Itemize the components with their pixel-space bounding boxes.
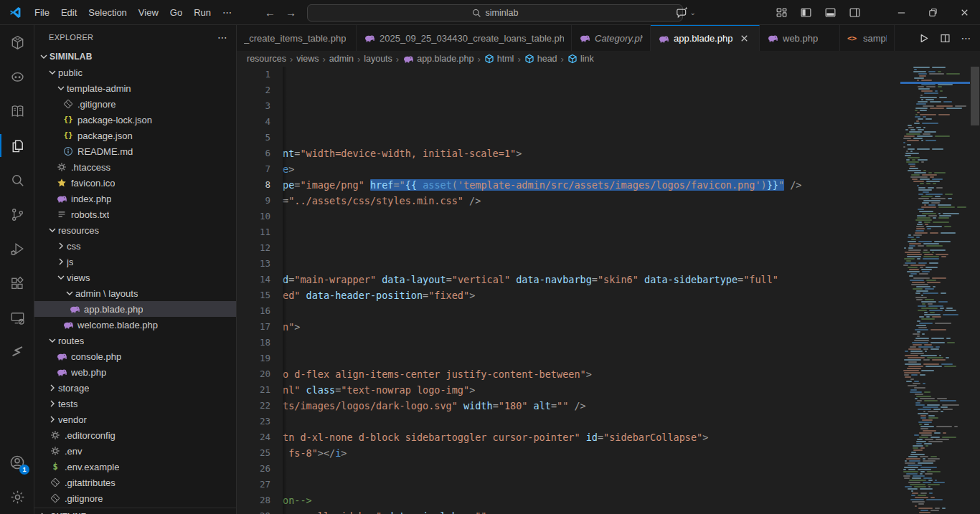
tree-file-robots.txt[interactable]: robots.txt <box>34 206 236 222</box>
restore-button[interactable] <box>917 0 948 24</box>
toggle-secondary-sidebar-icon[interactable] <box>844 3 864 22</box>
minimap-line <box>909 245 915 247</box>
tree-file-welcome.blade.php[interactable]: welcome.blade.php <box>34 317 236 333</box>
editor-scrollbar[interactable] <box>970 67 980 514</box>
s-extension-icon[interactable] <box>0 335 34 369</box>
tree-file-web.php[interactable]: web.php <box>34 364 236 380</box>
menu-item-edit[interactable]: Edit <box>55 5 83 20</box>
minimize-button[interactable] <box>885 0 917 24</box>
menu-item-more[interactable]: ⋯ <box>217 5 237 20</box>
breadcrumb-item-link[interactable]: link <box>567 54 594 64</box>
source-control-icon[interactable] <box>0 197 34 232</box>
breadcrumb-item-resources[interactable]: resources <box>247 54 286 64</box>
copilot-icon[interactable] <box>0 60 34 94</box>
minimap-line <box>906 260 911 262</box>
more-actions-button[interactable]: ⋯ <box>957 29 976 47</box>
tree-file-README.md[interactable]: README.md <box>34 143 236 159</box>
tree-folder-tests[interactable]: tests <box>34 396 236 411</box>
tree-file-.env.example[interactable]: $.env.example <box>34 459 236 475</box>
scrollbar-thumb[interactable] <box>971 67 979 125</box>
git-icon <box>50 477 61 488</box>
command-center-search[interactable]: siminlab <box>307 4 683 22</box>
tree-file-package-lock.json[interactable]: {}package-lock.json <box>34 112 236 128</box>
tree-file-favicon.ico[interactable]: favicon.ico <box>34 175 236 191</box>
tree-file-.htaccess[interactable]: .htaccess <box>34 159 236 175</box>
tree-folder-public[interactable]: public <box>34 65 236 80</box>
minimap-line <box>910 265 925 266</box>
account-icon[interactable]: 1 <box>0 445 34 480</box>
package-cube-icon[interactable] <box>0 25 34 60</box>
minimap-line <box>928 458 940 460</box>
minimap[interactable] <box>900 67 970 514</box>
tab-2025-09-25-034430-create-loans-table.php[interactable]: 2025_09_25_034430_create_loans_table.php <box>357 25 572 51</box>
tree-file-.gitattributes[interactable]: .gitattributes <box>34 475 236 490</box>
tree-folder-views[interactable]: views <box>34 270 236 285</box>
back-icon[interactable]: ← <box>265 6 275 19</box>
minimap-line <box>925 351 927 352</box>
menu-item-selection[interactable]: Selection <box>83 5 132 20</box>
menu-item-run[interactable]: Run <box>188 5 217 20</box>
breadcrumb-item-html[interactable]: html <box>484 54 514 64</box>
tab-Category.php[interactable]: Category.php <box>572 25 651 51</box>
tree-file-index.php[interactable]: index.php <box>34 191 236 206</box>
tree-file-package.json[interactable]: {}package.json <box>34 128 236 143</box>
tree-folder-template-admin[interactable]: template-admin <box>34 80 236 96</box>
tree-file-.gitignore[interactable]: .gitignore <box>34 490 236 506</box>
tree-file-app.blade.php[interactable]: app.blade.php <box>34 301 236 317</box>
close-icon[interactable] <box>739 33 750 44</box>
customize-layout-icon[interactable] <box>771 3 791 22</box>
split-editor-button[interactable] <box>936 29 954 47</box>
search-icon[interactable] <box>0 163 34 197</box>
code-area[interactable]: 123456nt="width=device-width, initial-sc… <box>237 67 980 514</box>
minimap-line <box>940 400 956 401</box>
tree-folder-css[interactable]: css <box>34 238 236 254</box>
tree-folder-SIMINLAB[interactable]: SIMINLAB <box>34 49 236 65</box>
minimap-line <box>910 499 924 500</box>
chevron-down-icon <box>47 67 58 78</box>
run-button[interactable] <box>914 29 933 47</box>
extensions-icon[interactable] <box>0 266 34 300</box>
run-debug-icon[interactable] <box>0 232 34 266</box>
forward-icon[interactable]: → <box>286 6 296 19</box>
tree-file-.editorconfig[interactable]: .editorconfig <box>34 427 236 443</box>
explorer-more-icon[interactable]: ⋯ <box>217 32 227 43</box>
code-line-11: 11 <box>237 224 900 240</box>
explorer-icon[interactable] <box>0 128 34 163</box>
remote-explorer-icon[interactable] <box>0 300 34 335</box>
minimap-line <box>921 318 935 320</box>
close-button[interactable] <box>948 0 980 24</box>
tree-folder-js[interactable]: js <box>34 254 236 270</box>
menu-item-view[interactable]: View <box>133 5 164 20</box>
tree-folder-vendor[interactable]: vendor <box>34 411 236 427</box>
tab-sample[interactable]: <>sample <box>840 25 895 51</box>
tree-file-.env[interactable]: .env <box>34 443 236 459</box>
toggle-primary-sidebar-icon[interactable] <box>796 3 816 22</box>
minimap-line <box>913 445 923 447</box>
tree-folder-admin-layouts[interactable]: admin \ layouts <box>34 285 236 301</box>
minimap-line <box>913 67 930 68</box>
tab--create-items-table.php[interactable]: _create_items_table.php <box>237 25 357 51</box>
menu-item-file[interactable]: File <box>29 5 55 20</box>
tab-app.blade.php[interactable]: app.blade.php <box>651 25 760 51</box>
tree-folder-routes[interactable]: routes <box>34 333 236 348</box>
tree-folder-storage[interactable]: storage <box>34 380 236 396</box>
breadcrumb-item-head[interactable]: head <box>524 54 557 64</box>
minimap-line <box>923 105 934 107</box>
outline-section[interactable]: OUTLINE <box>34 508 236 514</box>
minimap-line <box>915 394 923 395</box>
tab-web.php[interactable]: web.php <box>760 25 840 51</box>
book-icon[interactable] <box>0 94 34 128</box>
toggle-panel-icon[interactable] <box>820 3 840 22</box>
breadcrumb-item-views[interactable]: views <box>296 54 319 64</box>
copilot-button[interactable]: ⌄ <box>675 0 696 24</box>
breadcrumb-item-app.blade.php[interactable]: app.blade.php <box>402 53 473 65</box>
menu-item-go[interactable]: Go <box>164 5 188 20</box>
breadcrumb-item-layouts[interactable]: layouts <box>364 54 392 64</box>
tree-file-console.php[interactable]: console.php <box>34 348 236 364</box>
minimap-line <box>903 471 918 472</box>
code-text: nt="width=device-width, initial-scale=1"… <box>283 146 522 161</box>
tree-folder-resources[interactable]: resources <box>34 222 236 238</box>
settings-gear-icon[interactable] <box>0 480 34 514</box>
breadcrumb-item-admin[interactable]: admin <box>329 54 354 64</box>
tree-file-.gitignore[interactable]: .gitignore <box>34 96 236 112</box>
